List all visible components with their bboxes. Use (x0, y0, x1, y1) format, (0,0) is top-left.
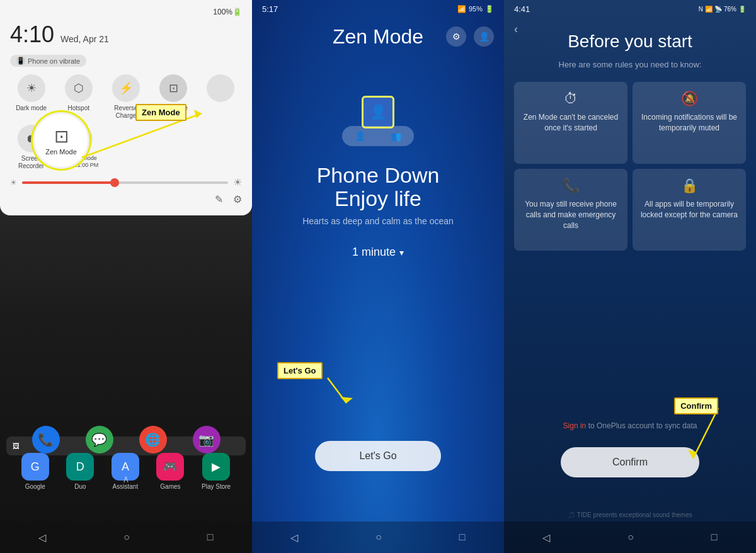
p3-status-icons: N 📶 📡 76% 🔋 (699, 6, 746, 13)
cancel-rule-icon: ⏱ (564, 91, 578, 107)
panel2-zen-mode: 5:17 📶 95% 🔋 Zen Mode ⚙ 👤 👤 👤 👥 Phone Do… (252, 0, 504, 553)
games-icon: 🎮 (156, 453, 184, 481)
lets-go-button-label: Let's Go (359, 450, 396, 462)
zen-circle-label: Zen Mode (45, 148, 77, 156)
calls-rule-icon: 📞 (563, 178, 580, 194)
group-profile-btn[interactable]: 👥 (378, 126, 414, 146)
dark-mode-icon: ☀ (18, 74, 45, 102)
phone-down-text-block: Phone Down Enjoy life Hearts as deep and… (252, 164, 504, 226)
settings-gear-icon[interactable]: ⚙ (233, 193, 242, 205)
bluetooth-icon[interactable]: ⚙ (446, 26, 466, 47)
p2-back-nav[interactable]: ◁ (290, 532, 298, 544)
brightness-low-icon: ☀ (10, 178, 17, 187)
google-label: Google (25, 483, 45, 490)
lets-go-annotation-label: Let's Go (277, 362, 323, 379)
status-bar: 100% 🔋 (10, 8, 242, 16)
time-date-row: 4:10 Wed, Apr 21 (10, 21, 242, 48)
p1-home-nav[interactable]: ○ (123, 532, 130, 543)
profile-icon[interactable]: 👤 (474, 26, 494, 47)
p3-recents-nav[interactable]: □ (711, 532, 718, 543)
date-label: Wed, Apr 21 (60, 34, 109, 44)
quick-settings-panel: 100% 🔋 4:10 Wed, Apr 21 📳 Phone on vibra… (0, 0, 252, 215)
brightness-bar[interactable] (22, 181, 228, 184)
tide-footer-text: 🎵 TIDE presents exceptional sound themes (568, 511, 692, 518)
zen-mode-circle-highlight[interactable]: ⊡ Zen Mode (33, 112, 89, 169)
p3-clock: 4:41 (514, 4, 530, 14)
p2-home-nav[interactable]: ○ (375, 532, 382, 543)
app-duo[interactable]: D Duo (66, 453, 94, 490)
single-profile-btn[interactable]: 👤 (342, 126, 378, 146)
phone-dock-icon[interactable]: 📞 (32, 426, 60, 453)
p3-home-bar: ◁ ○ □ (504, 522, 756, 553)
p2-home-bar: ◁ ○ □ (252, 522, 504, 553)
duo-label: Duo (74, 483, 86, 490)
p2-recents-nav[interactable]: □ (459, 532, 466, 543)
duration-value: 1 minute (352, 246, 396, 259)
zen-mode-annotation-label: Zen Mode (135, 104, 186, 121)
confirm-annotation-box: Confirm (674, 397, 718, 414)
vibrate-label: Phone on vibrate (28, 57, 80, 65)
camera-dock-icon[interactable]: 📷 (193, 426, 220, 453)
dark-mode-label: Dark mode (16, 105, 47, 112)
sign-in-suffix: to OnePlus account to sync data (588, 421, 697, 430)
lets-go-annotation-box: Let's Go (277, 362, 323, 379)
tide-footer: 🎵 TIDE presents exceptional sound themes (504, 511, 756, 518)
notification-rule-text: Incoming notifications will be temporari… (640, 112, 738, 134)
profile-selector[interactable]: 👤 👥 (342, 126, 414, 146)
profile-icon-highlight-box: 👤 (362, 96, 394, 128)
phone-down-subtitle: Hearts as deep and calm as the ocean (252, 216, 504, 226)
p1-recents-nav[interactable]: □ (207, 532, 214, 543)
tile-dark-mode[interactable]: ☀ Dark mode (10, 74, 52, 120)
cancel-rule-text: Zen Mode can't be canceled once it's sta… (522, 112, 620, 134)
p3-nfc-icon: N (699, 6, 703, 13)
reverse-charge-icon: ⚡ (112, 74, 140, 102)
playstore-icon: ▶ (202, 453, 230, 481)
p2-battery-icon: 🔋 (485, 5, 494, 13)
vibrate-badge: 📳 Phone on vibrate (10, 55, 86, 67)
before-subtitle-text: Here are some rules you need to know: (504, 60, 756, 69)
rule-card-calls: 📞 You may still receive phone calls and … (514, 169, 627, 251)
p3-back-nav[interactable]: ◁ (542, 532, 550, 544)
playstore-label: Play Store (202, 483, 231, 490)
sign-in-row: Sign in to OnePlus account to sync data (504, 421, 756, 430)
rules-grid: ⏱ Zen Mode can't be canceled once it's s… (514, 82, 746, 251)
p3-signal-icon: 📶 (705, 6, 713, 13)
edit-icon[interactable]: ✎ (215, 193, 223, 205)
zen-circle-main-icon: ⊡ (54, 126, 69, 147)
clock-time: 4:10 (10, 21, 54, 48)
empty-icon1 (207, 74, 234, 102)
confirm-button[interactable]: Confirm (561, 447, 699, 477)
profile-person-icon: 👤 (370, 104, 387, 120)
notification-rule-icon: 🔕 (681, 91, 698, 107)
duration-selector[interactable]: 1 minute ▾ (352, 246, 404, 259)
zen-mode-title-text: Zen Mode (333, 25, 423, 48)
sign-in-link[interactable]: Sign in (563, 421, 587, 430)
app-google[interactable]: G Google (21, 453, 49, 490)
p3-battery-icon: 🔋 (738, 6, 746, 13)
p2-clock: 5:17 (262, 4, 278, 14)
messages-dock-icon[interactable]: 💬 (86, 426, 113, 453)
brightness-thumb (110, 178, 119, 187)
p2-battery-pct: 95% (469, 5, 483, 13)
p2-status-bar: 5:17 📶 95% 🔋 (252, 0, 504, 18)
brightness-row[interactable]: ☀ ☀ (10, 176, 242, 188)
apps-locked-rule-text: All apps will be temporarily locked exce… (640, 199, 738, 220)
p1-back-nav[interactable]: ◁ (38, 532, 46, 544)
lets-go-button[interactable]: Let's Go (315, 441, 441, 471)
app-games[interactable]: 🎮 Games (156, 453, 184, 490)
confirm-button-label: Confirm (612, 457, 648, 468)
google-icon: G (21, 453, 49, 481)
duration-dropdown-icon[interactable]: ▾ (399, 248, 404, 258)
app-playstore[interactable]: ▶ Play Store (202, 453, 231, 490)
chrome-dock-icon[interactable]: 🌐 (139, 426, 167, 453)
rule-card-notifications: 🔕 Incoming notifications will be tempora… (633, 82, 746, 164)
p3-wifi-icon: 📡 (714, 6, 722, 13)
zen-mode-tile-icon: ⊡ (159, 74, 187, 102)
p3-home-nav[interactable]: ○ (627, 532, 634, 543)
battery-icon: 🔋 (232, 8, 242, 16)
zen-mode-annotation: Zen Mode (135, 104, 186, 121)
confirm-annotation-label: Confirm (674, 397, 718, 414)
p2-sim-icon: 📶 (457, 5, 466, 13)
brightness-high-icon: ☀ (233, 176, 242, 188)
swipe-up-indicator: ∧ (122, 473, 130, 485)
